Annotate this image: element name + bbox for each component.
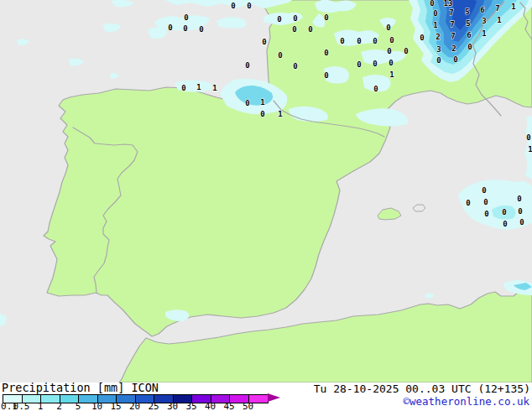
precip-value: 1 — [511, 3, 515, 11]
precip-value: 2 — [436, 33, 440, 41]
precip-value: 0 — [245, 61, 249, 70]
precip-value: 0 — [526, 133, 530, 142]
precip-value: 0 — [373, 37, 377, 45]
precip-value: 0 — [168, 23, 172, 32]
precip-value: 0 — [324, 71, 328, 80]
precip-value: 0 — [181, 84, 185, 92]
precip-value: 0 — [373, 85, 378, 93]
precip-value: 0 — [404, 47, 408, 55]
precip-value: 1 — [260, 98, 264, 107]
precip-value: 5 — [466, 19, 470, 28]
precip-value: 1 — [528, 145, 532, 153]
precip-value: 1 — [482, 29, 486, 38]
precip-value: 0 — [387, 47, 391, 55]
precip-value: 0 — [503, 220, 507, 228]
precip-value: 0 — [357, 37, 361, 45]
precip-value: 0 — [308, 25, 312, 34]
precip-value: 0 — [484, 210, 488, 218]
precip-value: 0 — [430, 0, 434, 8]
precip-value: 1 — [196, 83, 201, 91]
precip-value: 7 — [451, 32, 455, 40]
precip-value: 0 — [433, 9, 437, 18]
precipitation-map: 0000000001100000000000000000001001307567… — [0, 0, 532, 382]
colorbar-overflow-arrow-icon — [268, 393, 280, 402]
precip-value: 0 — [467, 43, 472, 51]
colorbar-tick-labels: 0.10.5125101520253035404550 — [0, 403, 302, 411]
precip-value: 0 — [278, 51, 282, 60]
precip-value: 0 — [340, 37, 344, 45]
precip-value: 5 — [465, 8, 469, 16]
precip-value: 1 — [433, 21, 437, 29]
precip-value: 0 — [483, 198, 488, 206]
precip-value: 13 — [444, 0, 453, 8]
precip-value: 0 — [324, 49, 328, 57]
weather-map-screen: 0000000001100000000000000000001001307567… — [0, 0, 532, 411]
copyright-link[interactable]: ©weatheronline.co.uk — [403, 396, 529, 407]
precip-value: 1 — [389, 70, 394, 79]
precip-value: 0 — [482, 186, 486, 195]
precip-value: 0 — [519, 218, 524, 226]
precip-value: 0 — [466, 199, 470, 207]
precip-value: 0 — [453, 55, 457, 64]
precip-value: 0 — [293, 62, 297, 70]
precip-value: 0 — [386, 23, 390, 32]
precip-value: 7 — [495, 4, 499, 13]
precip-value: 1 — [278, 110, 282, 118]
colorbar-tick-label: 50 — [237, 403, 259, 411]
precip-value: 3 — [482, 17, 486, 25]
precip-value: 1 — [497, 16, 501, 24]
precip-value: 0 — [292, 25, 296, 34]
precip-value: 0 — [247, 2, 251, 10]
precip-value: 6 — [467, 31, 471, 39]
legend-bar: Precipitation [mm] ICON 0.10.51251015202… — [0, 382, 532, 411]
precip-value: 0 — [231, 2, 235, 10]
precip-value: 0 — [183, 24, 187, 33]
precip-value: 0 — [245, 99, 249, 107]
legend-title: Precipitation [mm] ICON — [2, 381, 159, 394]
precip-value: 0 — [518, 207, 522, 216]
precip-value: 0 — [277, 15, 281, 23]
precip-value: 0 — [262, 38, 266, 46]
precip-value: 0 — [324, 13, 328, 22]
precip-value: 3 — [436, 45, 441, 54]
model-run-timestamp: Tu 28-10-2025 00..03 UTC (12+135) — [314, 383, 530, 395]
precip-value: 7 — [449, 8, 453, 17]
precip-value: 0 — [199, 25, 203, 34]
precip-value: 1 — [212, 84, 216, 92]
precip-value: 0 — [260, 110, 264, 118]
precip-value: 0 — [357, 60, 361, 69]
precip-value: 0 — [389, 36, 394, 44]
precip-value: 6 — [480, 6, 484, 14]
precip-value: 0 — [420, 34, 424, 42]
precip-value: 0 — [502, 208, 506, 216]
precip-value: 0 — [389, 59, 393, 67]
precip-value: 0 — [373, 60, 377, 68]
precip-value: 0 — [293, 14, 297, 23]
precip-value: 0 — [436, 56, 441, 65]
precip-value: 7 — [450, 20, 454, 29]
precip-value: 0 — [184, 13, 188, 22]
precip-value: 0 — [517, 195, 521, 203]
precip-value: 2 — [451, 44, 456, 53]
